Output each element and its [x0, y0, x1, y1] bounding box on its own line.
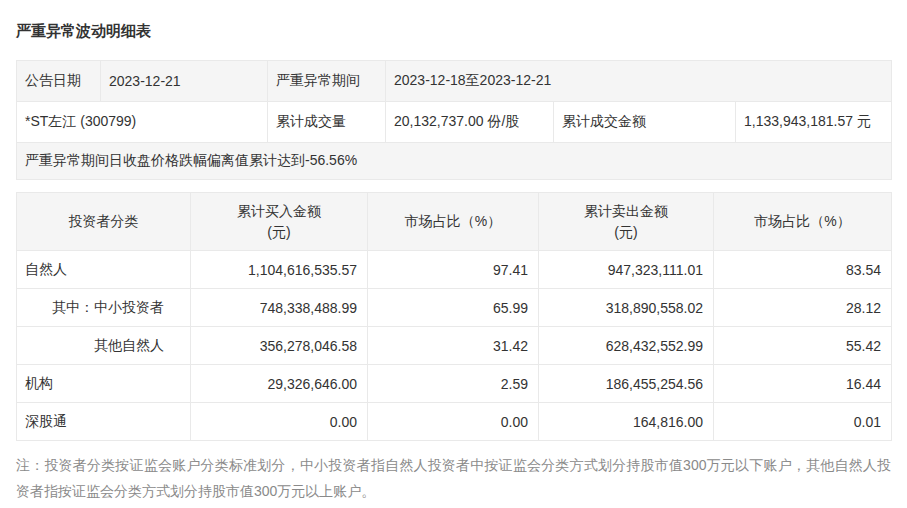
sell-pct: 55.42 [714, 327, 892, 365]
summary-table: 公告日期 2023-12-21 严重异常期间 2023-12-18至2023-1… [16, 60, 892, 180]
buy-amount: 29,326,646.00 [191, 365, 368, 403]
header-category: 投资者分类 [17, 193, 191, 251]
deviation-text: 严重异常期间日收盘价格跌幅偏离值累计达到-56.56% [17, 143, 892, 180]
period-label: 严重异常期间 [268, 61, 386, 102]
buy-pct: 2.59 [368, 365, 539, 403]
summary-row-stock: *ST左江 (300799) 累计成交量 20,132,737.00 份/股 累… [17, 102, 892, 143]
amount-value: 1,133,943,181.57 元 [736, 102, 892, 143]
header-sell-amount: 累计卖出金额(元) [539, 193, 714, 251]
period-value: 2023-12-18至2023-12-21 [386, 61, 892, 102]
header-buy-amount-line2: (元) [199, 222, 359, 243]
investor-header-row: 投资者分类 累计买入金额(元) 市场占比（%） 累计卖出金额(元) 市场占比（%… [17, 193, 892, 251]
sell-pct: 83.54 [714, 251, 892, 289]
buy-pct: 31.42 [368, 327, 539, 365]
header-sell-amount-line1: 累计卖出金额 [547, 201, 705, 222]
table-row-natural-person: 自然人 1,104,616,535.57 97.41 947,323,111.0… [17, 251, 892, 289]
row-label: 机构 [17, 365, 191, 403]
sell-amount: 318,890,558.02 [539, 289, 714, 327]
announce-date-value: 2023-12-21 [101, 61, 268, 102]
sell-pct: 0.01 [714, 403, 892, 441]
header-sell-pct: 市场占比（%） [714, 193, 892, 251]
buy-amount: 748,338,488.99 [191, 289, 368, 327]
buy-amount: 0.00 [191, 403, 368, 441]
buy-pct: 65.99 [368, 289, 539, 327]
sell-amount: 947,323,111.01 [539, 251, 714, 289]
buy-amount: 356,278,046.58 [191, 327, 368, 365]
table-row-szse-connect: 深股通 0.00 0.00 164,816.00 0.01 [17, 403, 892, 441]
header-buy-pct: 市场占比（%） [368, 193, 539, 251]
header-buy-amount-line1: 累计买入金额 [199, 201, 359, 222]
announce-date-label: 公告日期 [17, 61, 101, 102]
buy-pct: 97.41 [368, 251, 539, 289]
volume-value: 20,132,737.00 份/股 [386, 102, 554, 143]
sell-pct: 16.44 [714, 365, 892, 403]
page-title: 严重异常波动明细表 [16, 22, 891, 39]
volume-label: 累计成交量 [268, 102, 386, 143]
buy-amount: 1,104,616,535.57 [191, 251, 368, 289]
sell-amount: 628,432,552.99 [539, 327, 714, 365]
table-row-other-natural-person: 其他自然人 356,278,046.58 31.42 628,432,552.9… [17, 327, 892, 365]
summary-row-deviation: 严重异常期间日收盘价格跌幅偏离值累计达到-56.56% [17, 143, 892, 180]
header-sell-amount-line2: (元) [547, 222, 705, 243]
footnote: 注：投资者分类按证监会账户分类标准划分，中小投资者指自然人投资者中按证监会分类方… [16, 452, 891, 504]
header-buy-amount: 累计买入金额(元) [191, 193, 368, 251]
investor-table: 投资者分类 累计买入金额(元) 市场占比（%） 累计卖出金额(元) 市场占比（%… [16, 192, 892, 441]
row-label: 自然人 [17, 251, 191, 289]
table-row-institution: 机构 29,326,646.00 2.59 186,455,254.56 16.… [17, 365, 892, 403]
buy-pct: 0.00 [368, 403, 539, 441]
stock-name: *ST左江 (300799) [17, 102, 268, 143]
table-row-small-investors: 其中：中小投资者 748,338,488.99 65.99 318,890,55… [17, 289, 892, 327]
sell-pct: 28.12 [714, 289, 892, 327]
row-label: 深股通 [17, 403, 191, 441]
content-area: 严重异常波动明细表 公告日期 2023-12-21 严重异常期间 2023-12… [0, 0, 907, 504]
summary-row-dates: 公告日期 2023-12-21 严重异常期间 2023-12-18至2023-1… [17, 61, 892, 102]
sell-amount: 164,816.00 [539, 403, 714, 441]
amount-label: 累计成交金额 [554, 102, 736, 143]
sell-amount: 186,455,254.56 [539, 365, 714, 403]
row-label: 其中：中小投资者 [17, 289, 191, 327]
row-label: 其他自然人 [17, 327, 191, 365]
